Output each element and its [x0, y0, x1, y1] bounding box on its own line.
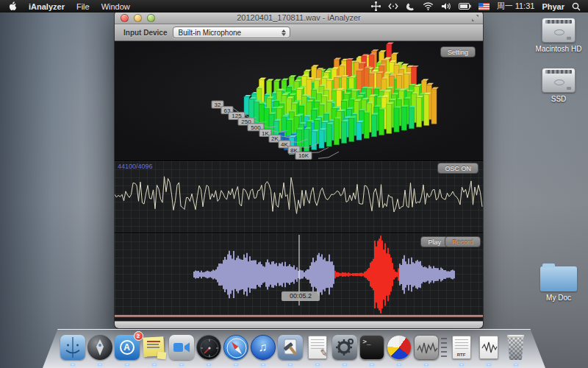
menu-app-name[interactable]: iAnalyzer [29, 2, 65, 11]
setting-button[interactable]: Setting [440, 46, 476, 57]
folder-icon [540, 266, 577, 291]
spotlight-icon[interactable] [572, 2, 581, 11]
zoom-button[interactable] [147, 14, 155, 22]
desktop-icon-macintosh-hd[interactable]: Macintosh HD [531, 18, 587, 53]
osc-on-button[interactable]: OSC ON [437, 163, 478, 174]
dock-badge: 2 [134, 331, 143, 341]
dock-safari-icon[interactable] [223, 335, 248, 360]
desktop-icon-label: My Doc [531, 294, 587, 302]
window-content: 32631252505001K2K4K8K16K Setting 44100/4… [115, 41, 483, 328]
svg-text:4K: 4K [281, 141, 288, 148]
menu-bar: iAnalyzer FileWindow 周一 11:31 Phyar [0, 0, 588, 13]
window-toolbar: Input Device Built-in Microphone [115, 24, 483, 41]
move-icon[interactable] [371, 1, 381, 11]
record-button[interactable]: Record [445, 236, 481, 247]
playhead-time-badge: 00:05.2 [282, 291, 320, 301]
dock-disk-usage-icon[interactable] [387, 335, 412, 360]
hard-drive-icon [542, 68, 576, 93]
dock-textedit-icon[interactable]: ✎ [305, 335, 330, 360]
dock: A2♫✎>_RTF [0, 335, 588, 360]
menu-clock[interactable]: 周一 11:31 [497, 1, 535, 12]
user-menu[interactable]: Phyar [542, 2, 564, 11]
menu-file[interactable]: File [76, 2, 90, 11]
samplerate-fft-label: 44100/4096 [118, 163, 153, 170]
hard-drive-icon [542, 18, 576, 43]
desktop-icon-my-doc[interactable]: My Doc [531, 263, 587, 302]
freq-label-16K: 16K [295, 152, 312, 159]
battery-icon[interactable] [459, 3, 471, 10]
ianalyzer-window: 20120401_170811.wav - iAnalyzer Input De… [115, 11, 483, 328]
dock-facetime-icon[interactable] [169, 335, 194, 360]
apple-menu-icon[interactable] [9, 1, 17, 11]
dock-stickies-icon[interactable] [142, 335, 167, 360]
code-arrows-icon[interactable] [388, 2, 398, 10]
us-flag-icon[interactable] [478, 3, 490, 10]
oscilloscope-view: 44100/4096 OSC ON [115, 161, 483, 233]
popup-arrows-icon [279, 28, 288, 37]
input-device-select[interactable]: Built-in Microphone [173, 26, 290, 38]
close-button[interactable] [121, 14, 129, 22]
svg-text:2K: 2K [271, 135, 279, 142]
window-footer [115, 321, 483, 328]
waveform-view[interactable]: Play Record [115, 233, 483, 315]
svg-text:32: 32 [215, 102, 221, 108]
volume-icon[interactable] [441, 2, 451, 10]
dock-itunes-icon[interactable]: ♫ [251, 335, 276, 360]
window-title: 20120401_170811.wav - iAnalyzer [115, 13, 483, 22]
phone-icon[interactable] [406, 2, 415, 11]
svg-text:1K: 1K [262, 130, 269, 137]
desktop: iAnalyzer FileWindow 周一 11:31 Phyar Maci… [0, 0, 588, 368]
minimize-button[interactable] [134, 14, 142, 22]
fullscreen-icon[interactable] [471, 14, 479, 22]
dock-finder-icon[interactable] [60, 335, 85, 360]
desktop-icon-ssd[interactable]: SSD [531, 68, 587, 103]
dock-launchpad-icon[interactable] [87, 335, 112, 360]
dock-rtf-document-icon[interactable]: RTF [449, 335, 474, 360]
spectrogram-3d-view[interactable]: 32631252505001K2K4K8K16K Setting [115, 41, 483, 161]
dock-system-preferences-icon[interactable] [332, 335, 357, 360]
dock-dashboard-icon[interactable] [196, 335, 221, 360]
dock-audio-document-icon[interactable] [476, 335, 501, 360]
menu-window[interactable]: Window [101, 2, 130, 11]
dock-terminal-icon[interactable]: >_ [359, 335, 384, 360]
dock-ianalyzer-icon[interactable] [414, 335, 439, 360]
dock-app-store-icon[interactable]: A2 [115, 335, 140, 360]
desktop-icon-label: SSD [531, 95, 587, 103]
input-device-label: Input Device [123, 29, 167, 37]
dock-separator [441, 338, 447, 358]
svg-text:16K: 16K [298, 152, 309, 159]
dock-xcode-icon[interactable] [278, 335, 303, 360]
dock-trash-icon[interactable] [503, 335, 528, 360]
window-title-bar[interactable]: 20120401_170811.wav - iAnalyzer [115, 11, 483, 24]
wifi-icon[interactable] [423, 2, 434, 10]
desktop-icon-label: Macintosh HD [531, 45, 587, 53]
